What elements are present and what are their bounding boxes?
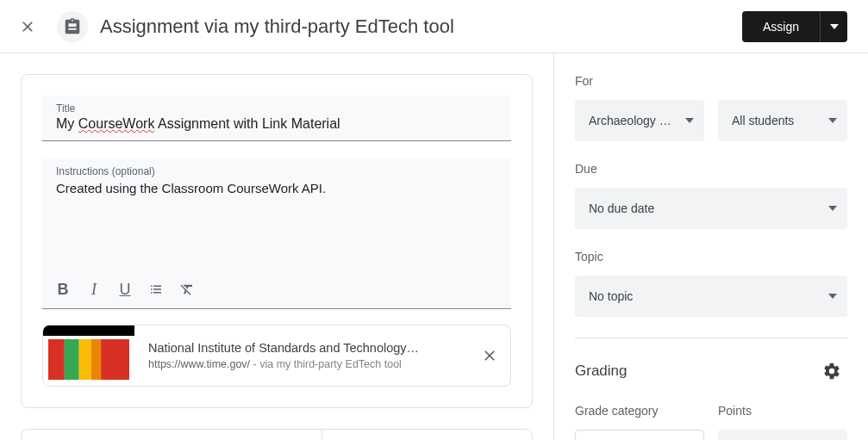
title-wavy: CourseWork bbox=[78, 116, 155, 131]
attachment-via: - via my third-party EdTech tool bbox=[250, 358, 402, 370]
close-button[interactable] bbox=[10, 9, 45, 44]
due-select[interactable]: No due date bbox=[575, 188, 847, 229]
us-map-thumbnail bbox=[48, 339, 129, 380]
svg-rect-0 bbox=[48, 339, 65, 380]
title-pre: My bbox=[56, 116, 78, 131]
sidebar: For Archaeology … All students Due No du… bbox=[554, 53, 868, 440]
set-category-button[interactable]: Set category bbox=[575, 430, 704, 440]
svg-rect-4 bbox=[101, 339, 129, 380]
points-col: Points 100 bbox=[718, 404, 847, 440]
title-field[interactable]: Title My CourseWork Assignment with Link… bbox=[42, 96, 511, 141]
assign-dropdown-button[interactable] bbox=[820, 11, 847, 42]
body: Title My CourseWork Assignment with Link… bbox=[0, 53, 868, 440]
title-value: My CourseWork Assignment with Link Mater… bbox=[56, 116, 497, 132]
attachment-card[interactable]: National Institute of Standards and Tech… bbox=[42, 325, 511, 387]
close-icon bbox=[481, 347, 498, 364]
main-pane: Title My CourseWork Assignment with Link… bbox=[0, 53, 554, 440]
attachment-subtitle: https://www.time.gov/ - via my third-par… bbox=[148, 358, 455, 370]
bold-button[interactable]: B bbox=[51, 277, 75, 301]
underline-button[interactable]: U bbox=[113, 277, 137, 301]
caret-down-icon bbox=[685, 118, 694, 123]
topic-label: Topic bbox=[575, 250, 847, 263]
due-label: Due bbox=[575, 162, 847, 176]
attachment-info: National Institute of Standards and Tech… bbox=[134, 341, 469, 370]
students-select-value: All students bbox=[732, 114, 794, 127]
instructions-field[interactable]: Instructions (optional) Created using th… bbox=[42, 158, 511, 309]
class-select-value: Archaeology … bbox=[589, 114, 671, 127]
grading-title: Grading bbox=[575, 363, 627, 380]
grade-category-col: Grade category Set category bbox=[575, 404, 704, 440]
secondary-left bbox=[22, 430, 322, 440]
topic-row: No topic bbox=[575, 276, 847, 317]
for-row: Archaeology … All students bbox=[575, 100, 847, 141]
page-title: Assignment via my third-party EdTech too… bbox=[100, 15, 742, 38]
class-select[interactable]: Archaeology … bbox=[575, 100, 704, 141]
instructions-label: Instructions (optional) bbox=[56, 165, 497, 177]
svg-rect-3 bbox=[91, 339, 101, 380]
caret-down-icon bbox=[828, 206, 837, 211]
clear-format-icon bbox=[179, 282, 195, 297]
close-icon bbox=[19, 18, 36, 35]
svg-rect-2 bbox=[79, 339, 91, 380]
assign-button-group: Assign bbox=[742, 11, 847, 42]
instructions-value: Created using the Classroom CourseWork A… bbox=[56, 181, 497, 267]
title-post: Assignment with Link Material bbox=[154, 116, 340, 131]
title-label: Title bbox=[56, 102, 497, 115]
secondary-card bbox=[21, 429, 533, 440]
due-row: No due date bbox=[575, 188, 847, 229]
grade-category-label: Grade category bbox=[575, 404, 704, 418]
header: Assignment via my third-party EdTech too… bbox=[0, 0, 868, 53]
topic-select-value: No topic bbox=[589, 289, 633, 303]
list-icon bbox=[148, 282, 164, 297]
caret-down-icon bbox=[828, 294, 837, 299]
format-toolbar: B I U bbox=[51, 270, 199, 308]
students-select[interactable]: All students bbox=[718, 100, 847, 141]
topic-select[interactable]: No topic bbox=[575, 276, 847, 317]
points-select[interactable]: 100 bbox=[718, 430, 847, 440]
for-label: For bbox=[575, 74, 847, 88]
due-select-value: No due date bbox=[589, 201, 654, 215]
grading-settings-button[interactable] bbox=[816, 356, 847, 387]
assignment-icon-wrap bbox=[57, 11, 88, 42]
assignment-card: Title My CourseWork Assignment with Link… bbox=[21, 74, 533, 408]
caret-down-icon bbox=[830, 24, 839, 29]
grade-row: Grade category Set category Points 100 bbox=[575, 404, 847, 440]
attachment-title: National Institute of Standards and Tech… bbox=[148, 341, 455, 355]
points-label: Points bbox=[718, 404, 847, 418]
svg-rect-1 bbox=[65, 339, 79, 380]
attachment-remove-button[interactable] bbox=[469, 347, 510, 364]
assignment-icon bbox=[63, 17, 82, 36]
assign-button[interactable]: Assign bbox=[742, 11, 820, 42]
grading-header: Grading bbox=[575, 338, 847, 387]
attachment-thumbnail bbox=[43, 325, 134, 386]
gear-icon bbox=[822, 362, 841, 381]
caret-down-icon bbox=[828, 118, 837, 123]
attachment-url: https://www.time.gov/ bbox=[148, 358, 250, 370]
clear-format-button[interactable] bbox=[175, 277, 199, 301]
bullet-list-button[interactable] bbox=[144, 277, 168, 301]
italic-button[interactable]: I bbox=[82, 277, 106, 301]
